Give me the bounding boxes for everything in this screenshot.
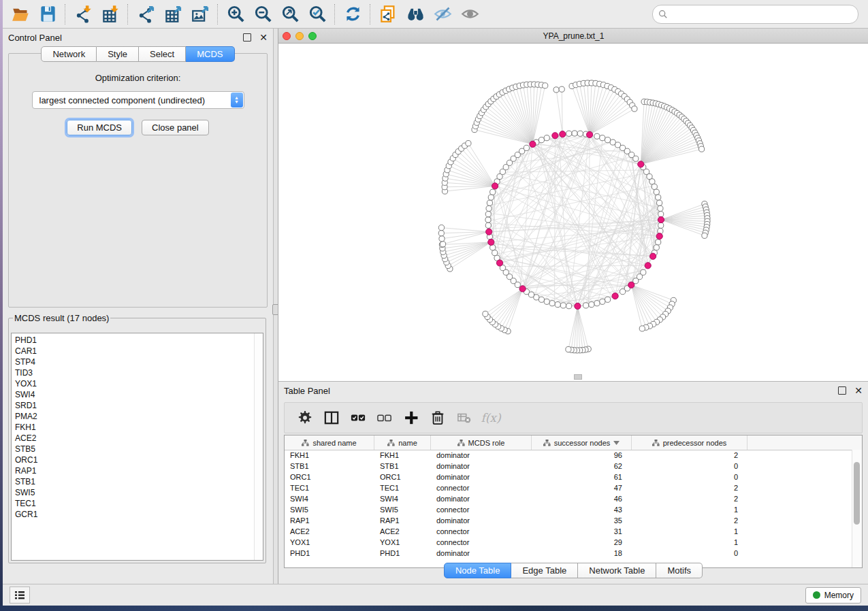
export-table-icon[interactable]: [159, 3, 187, 26]
table-row[interactable]: ACE2ACE2connector311: [285, 527, 862, 538]
tab-network-table[interactable]: Network Table: [578, 563, 656, 578]
save-icon[interactable]: [34, 3, 61, 26]
mcds-node-item[interactable]: FKH1: [15, 422, 263, 433]
table-body: FKH1FKH1dominator962STB1STB1dominator620…: [285, 450, 862, 559]
cell: ACE2: [374, 527, 431, 538]
hide-selected-icon[interactable]: [429, 3, 456, 26]
criterion-select[interactable]: largest connected component (undirected)…: [32, 91, 244, 109]
cell: 1: [632, 505, 748, 516]
mcds-node-item[interactable]: STB5: [15, 444, 263, 455]
sort-desc-icon: [613, 441, 620, 445]
tab-style[interactable]: Style: [97, 46, 139, 62]
cell: STB1: [285, 461, 374, 472]
cell: 0: [632, 472, 748, 483]
close-table-panel-icon[interactable]: ✕: [854, 387, 863, 394]
cell: RAP1: [374, 516, 431, 527]
first-neighbors-icon[interactable]: [402, 3, 429, 26]
network-canvas[interactable]: [278, 44, 868, 381]
table-row[interactable]: STB1STB1dominator620: [285, 461, 862, 472]
export-image-icon[interactable]: [187, 3, 214, 26]
mcds-node-item[interactable]: ACE2: [15, 433, 263, 444]
gear-icon[interactable]: [294, 407, 316, 429]
trash-icon[interactable]: [427, 407, 449, 429]
tab-motifs[interactable]: Motifs: [656, 563, 703, 578]
mcds-node-item[interactable]: RAP1: [15, 465, 263, 476]
import-network-icon[interactable]: [69, 3, 97, 26]
cell: connector: [431, 538, 532, 548]
memory-label: Memory: [824, 591, 854, 600]
show-all-icon[interactable]: [456, 3, 483, 26]
table-row[interactable]: PHD1PHD1dominator180: [285, 548, 862, 559]
uncheck-pair-icon[interactable]: [374, 407, 396, 429]
mcds-node-item[interactable]: PMA2: [15, 411, 263, 422]
search-input[interactable]: [671, 9, 852, 20]
cell: 2: [632, 494, 748, 505]
copy-network-icon[interactable]: [374, 3, 402, 26]
table-scrollbar-thumb[interactable]: [854, 462, 860, 525]
float-panel-icon[interactable]: [243, 33, 251, 42]
zoom-out-icon[interactable]: [249, 3, 276, 26]
mcds-node-item[interactable]: TEC1: [15, 498, 263, 509]
table-row[interactable]: TEC1TEC1connector472: [285, 483, 862, 494]
tab-mcds[interactable]: MCDS: [186, 46, 234, 62]
cell: dominator: [431, 450, 532, 461]
plus-icon[interactable]: [400, 407, 422, 429]
mcds-node-item[interactable]: STB1: [15, 476, 263, 487]
mcds-node-item[interactable]: STP4: [15, 357, 263, 367]
open-folder-icon[interactable]: [7, 3, 34, 26]
tab-select[interactable]: Select: [139, 46, 186, 62]
column-header-predecessor-nodes[interactable]: predecessor nodes: [632, 435, 748, 450]
search-box[interactable]: [652, 5, 858, 24]
column-header-MCDS-role[interactable]: MCDS role: [431, 435, 532, 450]
mcds-node-item[interactable]: SWI5: [15, 487, 263, 498]
float-table-panel-icon[interactable]: [838, 386, 846, 395]
export-network-icon[interactable]: [132, 3, 159, 26]
table-row[interactable]: RAP1RAP1dominator352: [285, 516, 862, 527]
cell: 0: [632, 548, 748, 559]
mcds-node-item[interactable]: GCR1: [15, 509, 263, 520]
zoom-in-icon[interactable]: [222, 3, 249, 26]
tab-edge-table[interactable]: Edge Table: [511, 563, 578, 578]
column-panel-icon[interactable]: [321, 407, 342, 429]
mcds-node-item[interactable]: SWI4: [15, 389, 263, 400]
column-header-successor-nodes[interactable]: successor nodes: [532, 435, 632, 450]
table-row[interactable]: ORC1ORC1dominator610: [285, 472, 862, 483]
run-mcds-button[interactable]: Run MCDS: [67, 120, 132, 135]
table-row[interactable]: FKH1FKH1dominator962: [285, 450, 862, 461]
close-panel-icon[interactable]: ✕: [259, 34, 268, 41]
column-header-shared-name[interactable]: shared name: [285, 435, 374, 450]
list-icon: [14, 591, 25, 600]
cell: 47: [532, 483, 632, 494]
mcds-node-item[interactable]: TID3: [15, 367, 263, 378]
result-list-scrollbar[interactable]: [254, 333, 263, 560]
node-table: shared namenameMCDS rolesuccessor nodesp…: [284, 435, 863, 568]
mcds-node-item[interactable]: YOX1: [15, 378, 263, 389]
table-row[interactable]: YOX1YOX1connector291: [285, 538, 862, 548]
close-panel-button[interactable]: Close panel: [142, 120, 209, 135]
import-table-icon[interactable]: [97, 3, 124, 26]
network-titlebar[interactable]: YPA_prune.txt_1: [278, 29, 868, 44]
refresh-icon[interactable]: [339, 3, 366, 26]
memory-button[interactable]: Memory: [805, 587, 861, 604]
zoom-selected-icon[interactable]: [304, 3, 331, 26]
column-header-name[interactable]: name: [374, 435, 431, 450]
zoom-fit-icon[interactable]: [276, 3, 304, 26]
table-scrollbar[interactable]: [852, 450, 862, 567]
mcds-result-list[interactable]: PHD1CAR1STP4TID3YOX1SWI4SRD1PMA2FKH1ACE2…: [11, 333, 263, 561]
mcds-node-item[interactable]: ORC1: [15, 455, 263, 465]
mcds-node-item[interactable]: CAR1: [15, 346, 263, 357]
check-pair-icon[interactable]: [347, 407, 369, 429]
tab-node-table[interactable]: Node Table: [444, 563, 512, 578]
table-row[interactable]: SWI5SWI5connector431: [285, 505, 862, 516]
cell: SWI5: [374, 505, 431, 516]
task-history-button[interactable]: [10, 587, 30, 604]
search-icon: [658, 10, 668, 19]
cell: connector: [431, 483, 532, 494]
mcds-node-item[interactable]: SRD1: [15, 400, 263, 411]
tab-network[interactable]: Network: [41, 46, 97, 62]
mcds-node-item[interactable]: PHD1: [15, 335, 263, 346]
canvas-grip[interactable]: [574, 374, 582, 380]
optimization-criterion-label: Optimization criterion:: [9, 73, 267, 83]
table-row[interactable]: SWI4SWI4dominator462: [285, 494, 862, 505]
cell: 1: [632, 527, 748, 538]
